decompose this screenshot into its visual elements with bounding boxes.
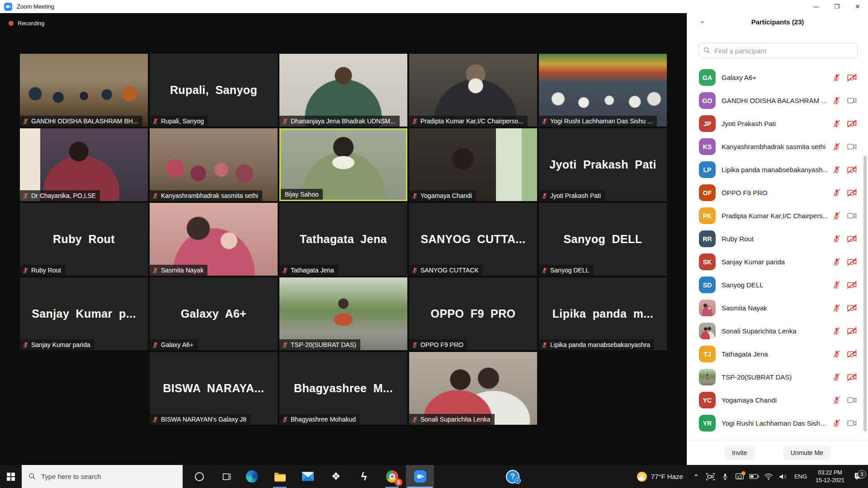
- minimize-button[interactable]: —: [806, 0, 826, 13]
- unmute-me-button[interactable]: Unmute Me: [783, 446, 831, 460]
- participant-row[interactable]: GAGalaxy A6+: [687, 66, 868, 89]
- dropbox-taskbar-button[interactable]: ❖: [322, 465, 350, 488]
- video-tile[interactable]: TSP-20(SUBRAT DAS): [279, 277, 407, 350]
- recording-indicator[interactable]: Recording: [9, 20, 44, 27]
- tray-volume-button[interactable]: [776, 473, 790, 480]
- edge-taskbar-button[interactable]: [238, 465, 266, 488]
- participant-status-icons: [832, 188, 857, 197]
- video-tile[interactable]: Dr Chayanika, PO,LSE: [20, 128, 148, 201]
- video-tile[interactable]: GANDHI ODISHA BALASHRAM BH...: [20, 54, 148, 127]
- restore-button[interactable]: ❐: [826, 0, 847, 13]
- tile-name-label: Bhagyashree Mohakud: [279, 414, 360, 425]
- task-view-button[interactable]: [216, 465, 238, 488]
- mail-taskbar-button[interactable]: [294, 465, 322, 488]
- task-view-icon: [222, 472, 231, 481]
- tile-name-text: Sanjay Kumar parida: [31, 341, 90, 348]
- close-button[interactable]: ✕: [847, 0, 868, 13]
- video-tile[interactable]: Bhagyashree M...Bhagyashree Mohakud: [279, 352, 407, 425]
- mic-muted-icon: [282, 118, 288, 125]
- video-off-icon: [847, 119, 857, 128]
- find-participant-input[interactable]: [698, 43, 858, 58]
- participant-row[interactable]: TJTathagata Jena: [687, 343, 868, 366]
- participant-row[interactable]: PKPradipta Kumar Kar,I/C Chairpers...: [687, 204, 868, 227]
- video-tile[interactable]: Bijay Sahoo: [279, 128, 407, 201]
- tile-name-label: Lipika panda manabsebakanyashra: [539, 339, 654, 350]
- mic-muted-icon: [152, 342, 159, 348]
- video-tile[interactable]: OPPO F9 PROOPPO F9 PRO: [409, 277, 537, 350]
- start-button[interactable]: [0, 465, 22, 488]
- participant-row[interactable]: YRYogi Rushi Lachhaman Das Sishu ...: [687, 412, 868, 435]
- video-tile[interactable]: Lipika panda m...Lipika panda manabsebak…: [539, 277, 667, 350]
- participant-row[interactable]: YCYogamaya Chandi: [687, 389, 868, 412]
- participant-row[interactable]: GOGANDHI ODISHA BALASHRAM B...: [687, 89, 868, 112]
- tile-name-label: GANDHI ODISHA BALASHRAM BH...: [20, 116, 142, 127]
- tile-name-text: Yogi Rushi Lachhaman Das Sishu ...: [550, 117, 653, 125]
- language-indicator[interactable]: ENG: [790, 473, 811, 480]
- weather-widget[interactable]: 77°F Haze: [631, 472, 689, 482]
- chrome-taskbar-button[interactable]: S: [378, 465, 406, 488]
- video-tile[interactable]: Yogi Rushi Lachhaman Das Sishu ...: [539, 54, 667, 127]
- tile-name-label: Ruby Rout: [20, 265, 65, 276]
- taskbar-clock[interactable]: 03:22 PM 15-12-2021: [811, 469, 849, 484]
- video-tile[interactable]: Dhananjaya Jena Bhadrak UDNSM...: [279, 54, 407, 127]
- video-tile[interactable]: Tathagata JenaTathagata Jena: [279, 203, 407, 276]
- video-tile[interactable]: Jyoti Prakash PatiJyoti Prakash Pati: [539, 128, 667, 201]
- video-tile[interactable]: Pradipta Kumar Kar,I/C Chairperso...: [409, 54, 537, 127]
- video-tile[interactable]: Ruby RoutRuby Rout: [20, 203, 148, 276]
- participant-name: Galaxy A6+: [722, 74, 756, 81]
- participant-row[interactable]: RRRuby Rout: [687, 227, 868, 250]
- camera-tray-icon: [706, 473, 715, 481]
- participant-status-icons: [832, 373, 857, 381]
- action-center-button[interactable]: 3: [849, 472, 868, 481]
- video-tile[interactable]: SANYOG CUTTA...SANYOG CUTTACK: [409, 203, 537, 276]
- zoom-taskbar-icon: [414, 470, 426, 483]
- tray-expand-button[interactable]: ⌃: [689, 473, 703, 480]
- invite-button[interactable]: Invite: [724, 446, 755, 460]
- participant-photo-avatar: [699, 323, 716, 339]
- tray-microphone-button[interactable]: [718, 472, 732, 481]
- participant-row[interactable]: LPLipika panda manabsebakanyash...: [687, 158, 868, 181]
- video-tile[interactable]: Galaxy A6+Galaxy A6+: [150, 277, 278, 350]
- lightning-app-taskbar-button[interactable]: ϟ: [350, 465, 378, 488]
- mic-muted-icon: [832, 96, 841, 105]
- participant-row[interactable]: TSP-20(SUBRAT DAS): [687, 366, 868, 389]
- tray-battery-button[interactable]: [747, 474, 761, 479]
- cortana-button[interactable]: [183, 465, 216, 488]
- help-taskbar-button[interactable]: ?i: [502, 465, 524, 488]
- tray-camera-button[interactable]: [703, 473, 718, 481]
- participants-scrollbar[interactable]: [863, 156, 867, 432]
- mic-muted-icon: [152, 118, 159, 125]
- video-tile[interactable]: BISWA NARAYA...BISWA NARAYAN's Galaxy J8: [150, 352, 278, 425]
- participant-row[interactable]: JPJyoti Prakash Pati: [687, 112, 868, 135]
- participant-name: Kanyashrambhadrak sasmita sethi: [722, 143, 826, 150]
- file-explorer-taskbar-button[interactable]: [266, 465, 294, 488]
- participant-row[interactable]: KSKanyashrambhadrak sasmita sethi: [687, 135, 868, 158]
- mic-muted-icon: [832, 350, 841, 358]
- video-tile[interactable]: Rupali, SanyogRupali, Sanyog: [150, 54, 278, 127]
- tile-name-text: Ruby Rout: [31, 267, 61, 274]
- tile-name-text: Lipika panda manabsebakanyashra: [550, 341, 650, 348]
- video-off-icon: [847, 327, 857, 335]
- tray-cast-button[interactable]: [732, 473, 747, 481]
- video-tile[interactable]: Kanyashrambhadrak sasmita sethi: [150, 128, 278, 201]
- video-tile[interactable]: Sanyog DELLSanyog DELL: [539, 203, 667, 276]
- wifi-icon: [764, 473, 773, 480]
- participant-initials-avatar: YC: [699, 392, 716, 408]
- mail-icon: [302, 472, 314, 481]
- participant-name: OPPO F9 PRO: [722, 189, 768, 197]
- participant-row[interactable]: Sasmita Nayak: [687, 296, 868, 319]
- video-tile[interactable]: Sonali Suparichita Lenka: [409, 352, 537, 425]
- tile-name-text: Sanyog DELL: [550, 267, 589, 274]
- video-tile[interactable]: Sanjay Kumar p...Sanjay Kumar parida: [20, 277, 148, 350]
- participant-row[interactable]: Sonali Suparichita Lenka: [687, 319, 868, 343]
- video-tile[interactable]: Sasmita Nayak: [150, 203, 278, 276]
- video-tile[interactable]: Yogamaya Chandi: [409, 128, 537, 201]
- taskbar-search[interactable]: Type here to search: [22, 465, 183, 488]
- tile-name-text: BISWA NARAYAN's Galaxy J8: [161, 416, 246, 423]
- participant-row[interactable]: SDSanyog DELL: [687, 273, 868, 296]
- participant-row[interactable]: SKSanjay Kumar parida: [687, 250, 868, 273]
- video-off-icon: [847, 165, 857, 174]
- zoom-taskbar-button[interactable]: [406, 465, 434, 488]
- participant-row[interactable]: OFOPPO F9 PRO: [687, 181, 868, 204]
- tray-wifi-button[interactable]: [761, 473, 776, 480]
